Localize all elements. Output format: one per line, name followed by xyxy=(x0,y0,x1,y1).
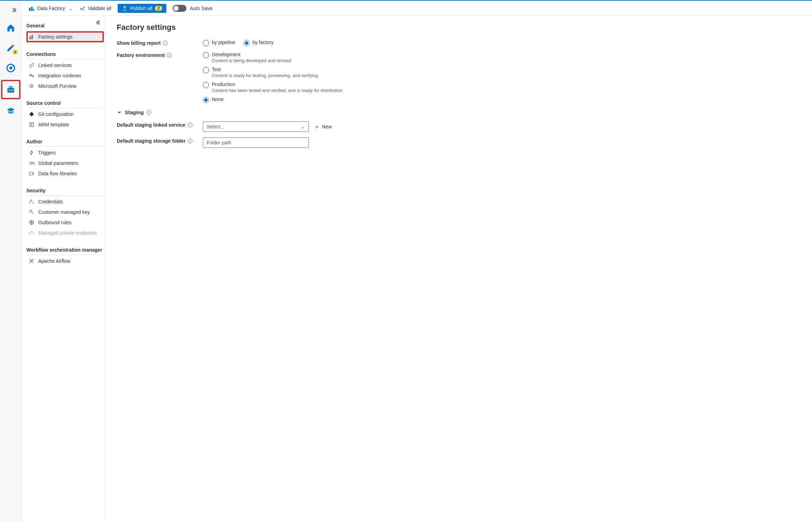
radio-label: by pipeline xyxy=(212,40,235,45)
link-icon xyxy=(28,62,35,68)
sidebar-dataflow-libs[interactable]: Data flow libraries xyxy=(26,168,104,179)
airflow-icon xyxy=(28,258,35,264)
rail-manage[interactable] xyxy=(1,80,20,99)
sidebar-label: Integration runtimes xyxy=(38,73,81,78)
sidebar-outbound[interactable]: Outbound rules xyxy=(26,217,104,228)
globe-icon xyxy=(28,220,35,225)
sidebar-label: Outbound rules xyxy=(38,220,72,225)
select-placeholder: Select... xyxy=(207,124,224,129)
environment-label: Factory environment i xyxy=(117,52,203,58)
sidebar-label: Triggers xyxy=(38,150,56,155)
info-icon[interactable]: i xyxy=(167,53,172,58)
pending-badge: 2 xyxy=(12,49,18,55)
new-linked-service-button[interactable]: ＋ New xyxy=(314,123,332,131)
radio-circle xyxy=(203,67,209,73)
radio-label: Test xyxy=(212,67,318,72)
rail-monitor[interactable] xyxy=(2,60,19,76)
radio-description: Content is ready for testing, previewing… xyxy=(212,73,318,78)
expand-rail-button[interactable] xyxy=(11,4,21,18)
collapse-sidebar-button[interactable] xyxy=(96,20,101,25)
svg-rect-10 xyxy=(30,74,31,76)
sidebar-cmk[interactable]: Customer managed key xyxy=(26,207,104,217)
top-toolbar: Data Factory ⌄ Validate all Publish all … xyxy=(22,1,812,16)
key-icon xyxy=(28,209,35,215)
radio-circle xyxy=(203,82,209,88)
sidebar-factory-settings[interactable]: Factory settings xyxy=(26,31,104,42)
sidebar-label: ARM template xyxy=(38,122,69,127)
git-icon xyxy=(28,111,35,117)
runtime-icon xyxy=(28,73,35,78)
sidebar-label: Customer managed key xyxy=(38,209,90,215)
radio-label: Development xyxy=(212,52,291,57)
radio-circle xyxy=(243,40,250,46)
sidebar-purview[interactable]: Microsoft Purview xyxy=(26,81,104,91)
sidebar-airflow[interactable]: Apache Airflow xyxy=(26,256,104,266)
sidebar-credentials[interactable]: Credentials xyxy=(26,196,104,207)
svg-rect-4 xyxy=(7,90,14,91)
svg-rect-3 xyxy=(9,86,12,88)
sidebar-label: Global parameters xyxy=(38,160,78,166)
staging-linked-service-select[interactable]: Select... ⌄ xyxy=(203,121,309,132)
sidebar-label: Managed private endpoints xyxy=(38,230,97,236)
person-key-icon xyxy=(28,199,35,204)
plus-icon: ＋ xyxy=(314,123,320,131)
sidebar-arm-template[interactable]: ARM template xyxy=(26,119,104,130)
new-label: New xyxy=(322,124,332,129)
chevron-down-icon: ⌄ xyxy=(69,6,73,11)
svg-rect-9 xyxy=(31,36,32,39)
radio-by-pipeline[interactable]: by pipeline xyxy=(203,40,235,46)
billing-label: Show billing report i xyxy=(117,40,203,46)
section-general: General xyxy=(26,20,104,31)
sidebar-global-params[interactable]: [@] Global parameters xyxy=(26,158,104,168)
sidebar-label: Factory settings xyxy=(38,34,73,40)
info-icon[interactable]: i xyxy=(188,123,192,127)
autosave-toggle[interactable] xyxy=(173,5,187,12)
radio-by-factory[interactable]: by factory xyxy=(243,40,274,46)
factory-icon xyxy=(28,5,35,11)
radio-circle xyxy=(203,40,209,46)
svg-text:[@]: [@] xyxy=(30,161,34,165)
radio-circle xyxy=(203,52,209,58)
page-title: Factory settings xyxy=(117,23,801,32)
info-icon[interactable]: i xyxy=(147,110,151,115)
rail-learn[interactable] xyxy=(2,103,19,119)
lightning-icon xyxy=(28,150,35,155)
sidebar-linked-services[interactable]: Linked services xyxy=(26,60,104,70)
section-source-control: Source control xyxy=(26,98,104,108)
radio-test[interactable]: Test Content is ready for testing, previ… xyxy=(203,67,342,78)
radio-label: by factory xyxy=(252,40,274,45)
sidebar-git-config[interactable]: Git configuration xyxy=(26,109,104,119)
info-icon[interactable]: i xyxy=(163,41,168,45)
graduation-icon xyxy=(6,107,15,116)
checkmark-icon xyxy=(79,5,85,11)
content-panel: Factory settings Show billing report i b… xyxy=(106,16,812,522)
sidebar-label: Microsoft Purview xyxy=(38,83,76,89)
radio-description: Content is being developed and revised xyxy=(212,58,291,63)
svg-rect-11 xyxy=(32,75,34,77)
radio-development[interactable]: Development Content is being developed a… xyxy=(203,52,342,63)
section-header-label: Staging xyxy=(125,109,144,115)
sidebar-triggers[interactable]: Triggers xyxy=(26,148,104,158)
rail-home[interactable] xyxy=(2,19,19,36)
factory-settings-icon xyxy=(28,34,35,40)
radio-production[interactable]: Production Content has been tested and v… xyxy=(203,82,342,93)
library-icon xyxy=(28,171,35,176)
sidebar-label: Data flow libraries xyxy=(38,171,77,176)
radio-label: Production xyxy=(212,82,342,87)
staging-section-toggle[interactable]: Staging i xyxy=(117,109,801,115)
info-icon[interactable]: i xyxy=(188,138,192,143)
svg-point-17 xyxy=(30,210,32,212)
sidebar-integration-runtimes[interactable]: Integration runtimes xyxy=(26,70,104,81)
breadcrumb-factory[interactable]: Data Factory ⌄ xyxy=(28,5,73,11)
rail-author[interactable]: 2 xyxy=(2,40,19,56)
publish-all-button[interactable]: Publish all 2 xyxy=(118,4,167,13)
radio-none[interactable]: None xyxy=(203,96,342,103)
upload-icon xyxy=(122,6,127,11)
staging-folder-input[interactable] xyxy=(203,137,309,148)
settings-sidebar: General Factory settings Connections Lin… xyxy=(22,16,106,522)
validate-all-button[interactable]: Validate all xyxy=(79,5,111,11)
staging-folder-label: Default staging storage folder i xyxy=(117,137,203,144)
breadcrumb-label: Data Factory xyxy=(37,6,65,11)
publish-label: Publish all xyxy=(130,6,152,11)
validate-label: Validate all xyxy=(88,6,111,11)
